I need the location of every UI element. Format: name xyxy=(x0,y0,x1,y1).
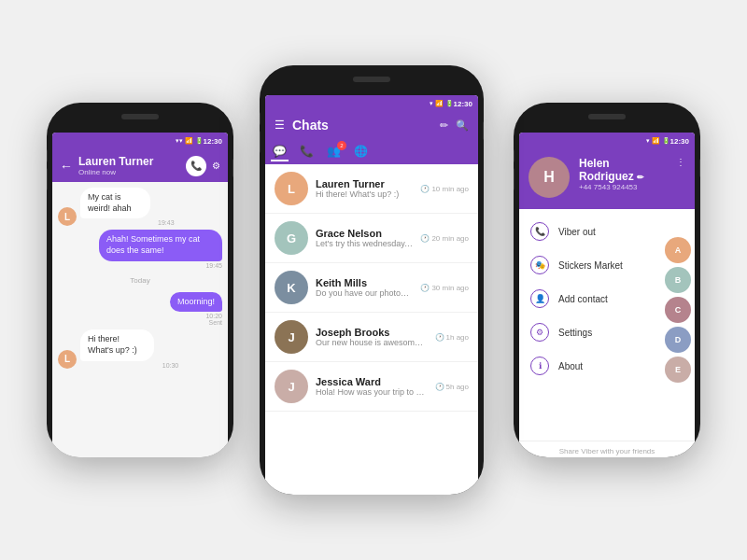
avatar-joseph: J xyxy=(275,320,308,354)
settings-icon[interactable]: ⚙ xyxy=(212,161,220,171)
msg-time-2: 19:45 xyxy=(205,262,222,269)
chat-item-grace[interactable]: G Grace Nelson Let's try this wednesday.… xyxy=(265,214,478,263)
right-menu-icon[interactable]: ⋮ xyxy=(676,157,685,167)
chat-content-keith: Keith Mills Do you have our photos from … xyxy=(316,277,413,298)
tab-messages[interactable]: 💬 xyxy=(271,141,289,161)
chat-preview-joseph: Our new house is awesome! You should com… xyxy=(316,338,428,347)
msg-text-4: Hi there! What's up? :) xyxy=(88,334,137,355)
left-contact-name: Lauren Turner xyxy=(78,155,180,168)
right-avatar-strip: A B C D E xyxy=(661,233,695,386)
contact-badge: 2 xyxy=(337,141,346,150)
left-screen: ▾▾ 📶 🔋 12:30 ← Lauren Turner Online now … xyxy=(52,133,228,457)
strip-avatar-5: E xyxy=(665,357,691,383)
avatar-jessica: J xyxy=(275,370,308,403)
edit-icon[interactable]: ✏ xyxy=(637,173,644,182)
viber-out-icon: 📞 xyxy=(530,222,549,241)
chat-meta-jessica: 🕐5h ago xyxy=(435,383,469,391)
center-tabs-nav: 💬 📞 👥2 🌐 xyxy=(265,138,478,164)
avatar-lauren-small-2: L xyxy=(58,350,77,369)
right-status-time: 12:30 xyxy=(670,137,689,146)
left-contact-info: Lauren Turner Online now xyxy=(78,155,180,176)
msg-row-received-4: L Hi there! What's up? :) 10:30 xyxy=(58,329,222,368)
left-chat-area: L My cat is weird! ahah 19:43 Ahah! Some… xyxy=(52,182,228,457)
add-contact-icon: 👤 xyxy=(530,289,549,308)
chat-name-lauren: Lauren Turner xyxy=(316,178,413,189)
chat-item-keith[interactable]: K Keith Mills Do you have our photos fro… xyxy=(265,263,478,313)
msg-received-4: Hi there! What's up? :) 10:30 xyxy=(80,329,178,368)
chat-name-keith: Keith Mills xyxy=(316,277,413,288)
msg-row-sent-2: Ahah! Sometimes my cat does the same! 19… xyxy=(58,230,222,268)
center-signal: ▾ 📶 🔋 xyxy=(430,100,454,107)
chat-list: L Lauren Turner Hi there! What's up? :) … xyxy=(265,164,478,495)
center-screen: ▾ 📶 🔋 12:30 ☰ Chats ✏ 🔍 💬 📞 👥2 🌐 xyxy=(265,95,478,495)
msg-time-3: 10:20 xyxy=(205,313,222,319)
msg-received-1: My cat is weird! ahah 19:43 xyxy=(80,188,175,226)
chat-time-lauren: 🕐10 min ago xyxy=(420,185,469,193)
chat-time-joseph: 🕐1h ago xyxy=(435,333,469,342)
avatar-lauren-small: L xyxy=(58,207,77,226)
phone-left: ▾▾ 📶 🔋 12:30 ← Lauren Turner Online now … xyxy=(47,103,233,457)
share-text: Share Viber with your friends xyxy=(529,447,685,455)
chat-preview-jessica: Hola! How was your trip to Dominican Rep… xyxy=(316,387,428,397)
chat-meta-lauren: 🕐10 min ago xyxy=(420,185,469,193)
msg-row-received-1: L My cat is weird! ahah 19:43 xyxy=(58,188,222,226)
strip-avatar-2: B xyxy=(665,267,691,293)
left-status-time: 12:30 xyxy=(204,137,222,146)
msg-row-sent-3: Moorning! 10:20 Sent xyxy=(58,292,222,327)
tab-explore[interactable]: 🌐 xyxy=(352,141,370,161)
left-contact-status: Online now xyxy=(78,168,180,176)
call-button[interactable]: 📞 xyxy=(186,156,206,176)
strip-avatar-4: D xyxy=(665,327,691,353)
chat-item-lauren[interactable]: L Lauren Turner Hi there! What's up? :) … xyxy=(265,164,478,214)
tab-contacts[interactable]: 👥2 xyxy=(325,141,343,161)
right-chat-header: H Helen Rodriguez ✏ +44 7543 924453 ⋮ xyxy=(519,149,695,209)
avatar-keith: K xyxy=(275,271,308,304)
about-label: About xyxy=(558,361,583,371)
stickers-icon: 🎭 xyxy=(530,256,549,274)
viber-out-label: Viber out xyxy=(558,227,596,237)
settings-menu-icon: ⚙ xyxy=(530,323,549,342)
clock-icon-4: 🕐 xyxy=(435,333,444,342)
chat-name-joseph: Joseph Brooks xyxy=(316,327,428,338)
left-signal-icons: ▾▾ 📶 🔋 xyxy=(176,137,204,145)
pencil-icon[interactable]: ✏ xyxy=(440,119,448,132)
center-chat-header: ☰ Chats ✏ 🔍 xyxy=(265,112,478,138)
right-status-bar: ▾ 📶 🔋 12:30 xyxy=(519,133,695,149)
chat-time-jessica: 🕐5h ago xyxy=(435,383,469,391)
strip-avatar-1: A xyxy=(665,237,691,263)
back-arrow-icon[interactable]: ← xyxy=(60,159,73,174)
chat-content-jessica: Jessica Ward Hola! How was your trip to … xyxy=(316,376,428,397)
chat-preview-grace: Let's try this wednesday... Is that alri… xyxy=(316,239,413,248)
chat-time-grace: 🕐20 min ago xyxy=(420,234,469,243)
msg-text-2: Ahah! Sometimes my cat does the same! xyxy=(106,234,200,255)
center-status-time: 12:30 xyxy=(454,100,472,108)
chat-time-keith: 🕐30 min ago xyxy=(420,284,469,292)
right-screen: ▾ 📶 🔋 12:30 H Helen Rodriguez ✏ +44 7543… xyxy=(519,133,695,457)
clock-icon-2: 🕐 xyxy=(420,234,430,243)
chat-preview-keith: Do you have our photos from the nye? xyxy=(316,288,413,298)
search-icon[interactable]: 🔍 xyxy=(456,119,469,132)
right-contact-phone: +44 7543 924453 xyxy=(579,183,667,191)
right-contact-name: Helen Rodriguez ✏ xyxy=(579,157,667,183)
avatar-face: L xyxy=(58,207,77,226)
phone-center: ▾ 📶 🔋 12:30 ☰ Chats ✏ 🔍 💬 📞 👥2 🌐 xyxy=(260,65,484,495)
avatar-face-2: L xyxy=(58,350,77,369)
add-contact-label: Add contact xyxy=(558,294,608,304)
strip-avatar-3: C xyxy=(665,297,691,323)
avatar-joseph-face: J xyxy=(275,320,308,354)
avatar-grace: G xyxy=(275,221,308,255)
right-contact-info: Helen Rodriguez ✏ +44 7543 924453 xyxy=(579,157,667,191)
chat-content-joseph: Joseph Brooks Our new house is awesome! … xyxy=(316,327,428,347)
settings-label: Settings xyxy=(558,328,592,338)
chat-meta-joseph: 🕐1h ago xyxy=(435,333,469,342)
chat-item-jessica[interactable]: J Jessica Ward Hola! How was your trip t… xyxy=(265,362,478,412)
bubble-received-4: Hi there! What's up? :) xyxy=(80,329,154,360)
center-status-bar: ▾ 📶 🔋 12:30 xyxy=(265,95,478,112)
bubble-sent-2: Ahah! Sometimes my cat does the same! xyxy=(99,230,222,260)
tab-calls[interactable]: 📞 xyxy=(298,141,316,161)
hamburger-icon[interactable]: ☰ xyxy=(275,119,285,132)
chat-item-joseph[interactable]: J Joseph Brooks Our new house is awesome… xyxy=(265,313,478,362)
chat-meta-grace: 🕐20 min ago xyxy=(420,234,469,243)
clock-icon-3: 🕐 xyxy=(420,284,430,292)
avatar-lauren-face: L xyxy=(275,172,308,205)
